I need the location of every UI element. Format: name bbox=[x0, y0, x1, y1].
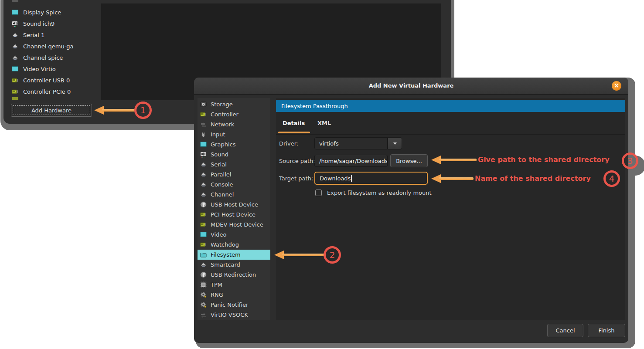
controller-icon bbox=[200, 221, 207, 228]
sidebar-item-input[interactable]: Input bbox=[198, 129, 270, 139]
sound-icon bbox=[200, 151, 207, 158]
source-path-value: /home/sagar/Downloads bbox=[319, 158, 388, 164]
sidebar-item-label: Console bbox=[211, 181, 233, 188]
hardware-list-item-controller-pcie-0[interactable]: Controller PCIe 0 bbox=[10, 86, 102, 97]
finish-button[interactable]: Finish bbox=[588, 324, 625, 337]
sidebar-item-tpm[interactable]: TPM bbox=[198, 280, 270, 290]
driver-select[interactable]: virtiofs bbox=[314, 137, 388, 149]
hardware-item-label: Channel qemu-ga bbox=[23, 43, 74, 50]
driver-label: Driver: bbox=[279, 137, 298, 149]
sidebar-item-label: Parallel bbox=[211, 171, 231, 178]
annotation-circle-2: 2 bbox=[324, 246, 341, 264]
sidebar-item-label: RNG bbox=[211, 291, 223, 298]
sidebar-item-controller[interactable]: Controller bbox=[198, 109, 270, 119]
network-icon bbox=[200, 312, 207, 318]
hardware-list-item-display-spice[interactable]: Display Spice bbox=[10, 7, 102, 18]
hardware-item-label: Sound ich9 bbox=[23, 20, 55, 27]
browse-button[interactable]: Browse... bbox=[390, 154, 428, 167]
sidebar-item-video[interactable]: Video bbox=[198, 230, 270, 240]
hardware-list-item-channel-spice[interactable]: Channel spice bbox=[10, 52, 102, 63]
gear-icon bbox=[200, 291, 207, 298]
tpm-icon bbox=[200, 281, 207, 288]
close-icon[interactable]: × bbox=[612, 81, 621, 91]
source-path-input[interactable]: /home/sagar/Downloads bbox=[314, 155, 388, 167]
sidebar-item-sound[interactable]: Sound bbox=[198, 149, 270, 159]
sidebar-item-pci-host-device[interactable]: PCI Host Device bbox=[198, 210, 270, 220]
sidebar-item-filesystem[interactable]: Filesystem bbox=[198, 250, 270, 260]
cancel-button[interactable]: Cancel bbox=[547, 324, 583, 337]
annotation-arrow-1-shaft bbox=[102, 109, 135, 112]
display-icon bbox=[12, 66, 18, 72]
annotation-arrow-3-shaft bbox=[439, 159, 477, 161]
hardware-list: Display Spice Sound ich9 Serial 1 Channe… bbox=[10, 7, 102, 97]
serial-icon bbox=[12, 32, 18, 38]
sidebar-item-channel[interactable]: Channel bbox=[198, 190, 270, 200]
display-icon bbox=[200, 231, 207, 238]
target-path-input[interactable]: Downloads bbox=[314, 172, 428, 185]
sidebar-item-panic-notifier[interactable]: Panic Notifier bbox=[198, 300, 270, 310]
driver-dropdown-button[interactable] bbox=[388, 137, 402, 149]
tab-strip: Details XML bbox=[276, 112, 625, 135]
hardware-list-item-serial-1[interactable]: Serial 1 bbox=[10, 29, 102, 41]
tab-xml[interactable]: XML bbox=[317, 112, 331, 134]
controller-icon bbox=[200, 111, 207, 118]
network-icon bbox=[200, 121, 207, 128]
readonly-checkbox-label: Export filesystem as readonly mount bbox=[327, 186, 432, 199]
hardware-item-label: Serial 1 bbox=[23, 32, 44, 38]
sidebar-item-network[interactable]: Network bbox=[198, 119, 270, 129]
readonly-checkbox[interactable] bbox=[315, 190, 322, 196]
sidebar-item-console[interactable]: Console bbox=[198, 180, 270, 190]
serial-icon bbox=[200, 181, 207, 188]
tab-details[interactable]: Details bbox=[283, 112, 305, 134]
display-icon bbox=[200, 141, 207, 148]
list-item-fragment bbox=[12, 97, 18, 100]
target-path-label: Target path: bbox=[279, 172, 313, 184]
sidebar-item-rng[interactable]: RNG bbox=[198, 290, 270, 300]
serial-icon bbox=[200, 191, 207, 198]
sidebar-item-usb-redirection[interactable]: USB Redirection bbox=[198, 270, 270, 280]
controller-icon bbox=[12, 77, 18, 84]
sidebar-item-watchdog[interactable]: Watchdog bbox=[198, 240, 270, 250]
sidebar-item-label: PCI Host Device bbox=[211, 211, 256, 218]
sidebar-item-usb-host-device[interactable]: USB Host Device bbox=[198, 200, 270, 210]
dialog-title: Add New Virtual Hardware bbox=[194, 82, 628, 89]
serial-icon bbox=[12, 54, 18, 61]
sidebar-item-label: USB Host Device bbox=[211, 201, 258, 208]
dialog-main-panel: Filesystem Passthrough Details XML Drive… bbox=[276, 98, 625, 320]
sidebar-item-virtio-vsock[interactable]: VirtIO VSOCK bbox=[198, 310, 270, 320]
annotation-text-3: Give path to the shared directory bbox=[478, 155, 610, 165]
sidebar-item-mdev-host-device[interactable]: MDEV Host Device bbox=[198, 220, 270, 230]
hardware-list-item-controller-usb-0[interactable]: Controller USB 0 bbox=[10, 75, 102, 86]
chevron-down-icon bbox=[393, 142, 397, 146]
usb-icon bbox=[200, 271, 207, 278]
sidebar-item-label: MDEV Host Device bbox=[211, 221, 263, 228]
annotation-circle-4: 4 bbox=[603, 170, 620, 187]
hardware-item-label: Video Virtio bbox=[23, 66, 56, 72]
dialog-titlebar[interactable]: Add New Virtual Hardware × bbox=[194, 78, 628, 95]
serial-icon bbox=[200, 171, 207, 178]
source-path-label: Source path: bbox=[279, 155, 315, 167]
sound-icon bbox=[12, 20, 18, 27]
annotation-arrow-4-shaft bbox=[439, 177, 474, 180]
hardware-list-item-sound-ich9[interactable]: Sound ich9 bbox=[10, 18, 102, 29]
serial-icon bbox=[200, 161, 207, 168]
sidebar-item-storage[interactable]: Storage bbox=[198, 99, 270, 109]
sidebar-item-smartcard[interactable]: Smartcard bbox=[198, 260, 270, 270]
serial-icon bbox=[200, 261, 207, 268]
sidebar-item-graphics[interactable]: Graphics bbox=[198, 139, 270, 149]
sidebar-item-label: TPM bbox=[211, 281, 222, 288]
annotation-text-4: Name of the shared directory bbox=[475, 174, 591, 183]
controller-icon bbox=[12, 88, 18, 95]
annotation-circle-1: 1 bbox=[134, 102, 152, 119]
sidebar-item-serial[interactable]: Serial bbox=[198, 159, 270, 169]
controller-icon bbox=[200, 211, 207, 218]
hardware-list-item-video-virtio[interactable]: Video Virtio bbox=[10, 63, 102, 75]
sidebar-item-label: Panic Notifier bbox=[211, 302, 248, 308]
sidebar-item-parallel[interactable]: Parallel bbox=[198, 169, 270, 180]
active-tab-underline bbox=[278, 132, 310, 133]
target-path-value: Downloads bbox=[320, 175, 351, 182]
hardware-list-item-channel-qemu-ga[interactable]: Channel qemu-ga bbox=[10, 41, 102, 52]
device-type-list: Storage Controller Network Input Graphic… bbox=[198, 98, 270, 320]
annotation-arrow-2-shaft bbox=[282, 254, 324, 256]
add-hardware-button[interactable]: Add Hardware bbox=[11, 104, 92, 117]
